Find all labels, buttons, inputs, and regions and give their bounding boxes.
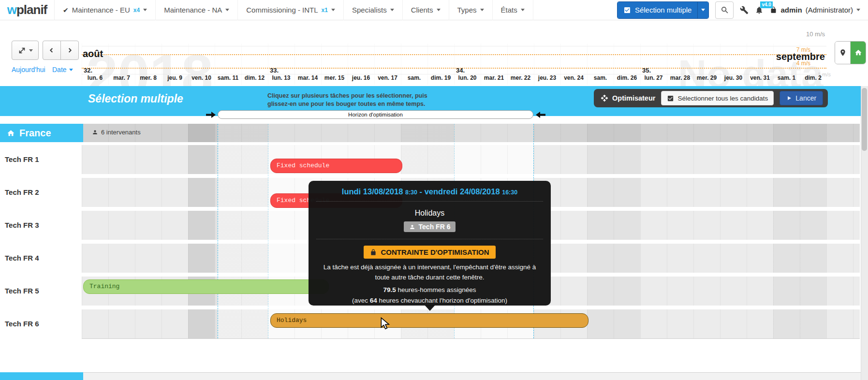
location-pin-icon bbox=[839, 49, 847, 57]
day-label: mer. 15 bbox=[321, 74, 348, 81]
group-name: France bbox=[19, 128, 51, 139]
next-group-header-partial[interactable] bbox=[0, 372, 83, 380]
zoom-range-split-button[interactable] bbox=[12, 41, 39, 60]
nav-menu-maintenance-eu[interactable]: ✔ Maintenance - EU x4 bbox=[55, 0, 156, 20]
chevron-down-icon bbox=[69, 69, 73, 71]
tooltip-overlap-prefix: (avec bbox=[352, 297, 370, 304]
multi-select-label: Sélection multiple bbox=[635, 6, 692, 14]
chevron-down-icon bbox=[29, 49, 33, 52]
horizon-end-arrow-icon[interactable] bbox=[536, 112, 545, 118]
month-label-september: septembre bbox=[716, 51, 825, 62]
select-all-label: Sélectionner tous les candidats bbox=[677, 95, 768, 102]
wind-curve-7ms bbox=[82, 54, 826, 55]
tooltip-task-name: Holidays bbox=[316, 209, 543, 218]
next-row-strip bbox=[0, 372, 861, 380]
tooltip-overlap-value: 64 bbox=[370, 297, 377, 304]
nav-menu-types[interactable]: Types bbox=[449, 0, 493, 20]
horizon-start-arrow-icon[interactable] bbox=[206, 112, 216, 118]
nav-menu-maintenance-na[interactable]: Maintenance - NA bbox=[156, 0, 238, 20]
check-icon: ✔ bbox=[63, 6, 69, 14]
tooltip-date-range: lundi 13/08/2018 8:30 - vendredi 24/08/2… bbox=[316, 187, 543, 196]
person-icon bbox=[92, 129, 98, 135]
home-view-button[interactable] bbox=[851, 42, 866, 64]
home-icon bbox=[854, 49, 862, 57]
next-period-button[interactable] bbox=[60, 41, 79, 60]
chevron-down-icon bbox=[390, 9, 394, 11]
nav-menu-label: Clients bbox=[411, 6, 433, 14]
tooltip-start-date: lundi 13/08/2018 bbox=[342, 187, 403, 196]
multi-select-button[interactable]: Sélection multiple bbox=[618, 2, 698, 18]
day-label: mer. 22 bbox=[507, 74, 534, 81]
nav-menu-label: Types bbox=[457, 6, 477, 14]
day-label: lun. 13 bbox=[268, 74, 294, 81]
nav-right-cluster: Sélection multiple v4.0 admin (Administr… bbox=[617, 1, 868, 19]
tooltip-start-time: 8:30 bbox=[405, 189, 417, 196]
notifications-button[interactable]: v4.0 bbox=[755, 6, 764, 15]
day-label: lun. 27 bbox=[640, 74, 667, 81]
wrench-icon bbox=[740, 6, 749, 15]
map-pin-button[interactable] bbox=[835, 42, 851, 64]
task-tooltip: lundi 13/08/2018 8:30 - vendredi 24/08/2… bbox=[309, 181, 551, 306]
move-arrows-icon bbox=[601, 94, 608, 102]
task-training[interactable]: Training bbox=[83, 279, 329, 294]
optimization-horizon-bar[interactable]: Horizon d'optimisation bbox=[218, 110, 533, 119]
banner-title: Sélection multiple bbox=[88, 92, 183, 105]
top-nav: wplanif ✔ Maintenance - EU x4 Maintenanc… bbox=[0, 0, 868, 20]
today-link[interactable]: Aujourd'hui bbox=[12, 66, 45, 73]
chevron-down-icon bbox=[437, 9, 441, 11]
nav-menu-etats[interactable]: États bbox=[493, 0, 533, 20]
day-label: dim. 26 bbox=[614, 74, 640, 81]
nav-menu-commissioning-intl[interactable]: Commissioning - INTL x1 bbox=[238, 0, 344, 20]
schedule-row-tech-fr-1[interactable] bbox=[82, 145, 860, 174]
nav-menu-specialists[interactable]: Specialists bbox=[344, 0, 403, 20]
day-label: jeu. 23 bbox=[534, 74, 560, 81]
tooltip-body-line2: toute autre tâche durant cette fenêtre. bbox=[316, 273, 543, 283]
chevron-down-icon bbox=[480, 9, 484, 11]
count-badge: x1 bbox=[322, 7, 328, 14]
task-holidays[interactable]: Holidays bbox=[270, 313, 588, 328]
month-label-august: août bbox=[83, 48, 103, 59]
tooltip-dash: - bbox=[420, 187, 423, 196]
launch-button[interactable]: Lancer bbox=[780, 91, 823, 105]
task-fixed-schedule-1[interactable]: Fixed schedule bbox=[270, 159, 402, 173]
banner-description-line2: glissez-en une pour les bouger toutes en… bbox=[267, 100, 427, 108]
day-label: sam. bbox=[587, 74, 614, 81]
launch-label: Lancer bbox=[795, 94, 816, 102]
settings-wrench-button[interactable] bbox=[740, 6, 749, 15]
logo-w: w bbox=[7, 2, 16, 17]
nav-menu-label: Commissioning - INTL bbox=[246, 6, 318, 14]
week-number-row: 32.33.34.35. bbox=[82, 67, 826, 74]
member-count-label: 6 intervenants bbox=[101, 129, 141, 136]
prev-period-button[interactable] bbox=[43, 41, 61, 60]
wind-label-10ms: 10 m/s bbox=[783, 30, 825, 38]
day-label: ven. 10 bbox=[188, 74, 215, 81]
app-logo[interactable]: wplanif bbox=[0, 0, 55, 20]
multi-select-dropdown-toggle[interactable] bbox=[697, 2, 708, 18]
week-number: 33. bbox=[268, 67, 454, 74]
group-row-france[interactable] bbox=[82, 124, 860, 142]
resource-label-tech-fr-2: Tech FR 2 bbox=[5, 188, 39, 196]
user-menu[interactable]: admin (Administrator) bbox=[770, 6, 863, 14]
date-picker-link[interactable]: Date bbox=[52, 66, 73, 73]
day-label: dim. 2 bbox=[800, 74, 826, 81]
wind-gridline bbox=[82, 46, 826, 46]
day-label: mar. 14 bbox=[294, 74, 321, 81]
banner-description: Cliquez sur plusieurs tâches pour les sé… bbox=[267, 92, 427, 108]
person-icon bbox=[409, 224, 415, 230]
nav-menu-clients[interactable]: Clients bbox=[403, 0, 449, 20]
date-label: Date bbox=[52, 66, 67, 73]
tooltip-resource-name: Tech FR 6 bbox=[419, 223, 451, 231]
home-icon bbox=[7, 129, 15, 137]
nav-menu-label: Maintenance - EU bbox=[72, 6, 130, 14]
today-label: Aujourd'hui bbox=[12, 66, 45, 73]
tooltip-hours-value: 79.5 bbox=[383, 286, 396, 293]
vertical-scrollbar-thumb[interactable] bbox=[862, 88, 867, 151]
day-label: ven. 24 bbox=[560, 74, 587, 81]
search-button[interactable] bbox=[715, 1, 734, 19]
nav-menu-label: Maintenance - NA bbox=[164, 6, 222, 14]
day-label: sam. 1 bbox=[773, 74, 800, 81]
optimizer-toolbar: Optimisateur Sélectionner tous les candi… bbox=[594, 89, 828, 107]
select-all-candidates-button[interactable]: Sélectionner tous les candidats bbox=[661, 91, 774, 105]
group-header-france[interactable]: France bbox=[0, 124, 83, 142]
tooltip-end-time: 16:30 bbox=[502, 189, 517, 196]
